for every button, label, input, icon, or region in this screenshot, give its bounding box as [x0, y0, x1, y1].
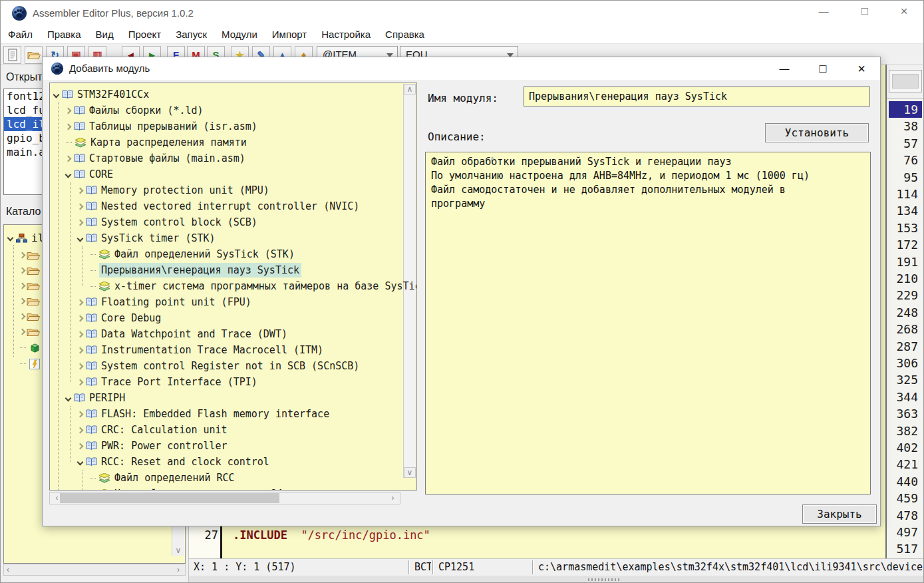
install-button[interactable]: Установить — [765, 123, 869, 142]
line-nav-item[interactable]: 421 — [889, 456, 922, 473]
module-tree-row[interactable]: CORE — [66, 166, 113, 182]
module-tree-row[interactable]: Настройка тактирования на 84 мгц — [90, 486, 307, 490]
module-tree-row[interactable]: PWR: Power controller — [78, 438, 228, 454]
module-tree-row[interactable]: Nested vectored interrupt controller (NV… — [78, 198, 359, 214]
module-name-input[interactable]: Прерывания\генерация пауз SysTick — [524, 87, 870, 106]
line-nav-item[interactable]: 402 — [889, 439, 922, 456]
line-nav-item[interactable]: 268 — [889, 321, 922, 337]
line-nav-item[interactable]: 248 — [889, 304, 922, 321]
module-tree-row[interactable]: RCC: Reset and clock control — [78, 454, 269, 470]
line-nav-item[interactable]: 325 — [889, 371, 922, 388]
line-nav-item[interactable]: 382 — [889, 423, 922, 439]
chevron-collapsed-icon[interactable] — [77, 187, 84, 194]
menu-item-вид[interactable]: Вид — [88, 26, 121, 43]
resize-grip[interactable] — [588, 578, 621, 581]
module-tree-hscrollbar[interactable]: ‹ › — [49, 492, 400, 504]
line-nav-item[interactable]: 172 — [889, 236, 922, 253]
chevron-collapsed-icon[interactable] — [19, 298, 26, 305]
line-nav-item[interactable]: 76 — [889, 152, 922, 168]
chevron-expanded-icon[interactable] — [7, 235, 14, 242]
description-textarea[interactable]: Файл обработки прерываний SysTick и гене… — [425, 152, 871, 494]
line-nav-item[interactable]: 497 — [889, 524, 922, 540]
line-nav-item[interactable]: 210 — [889, 270, 922, 287]
catalog-tree-row[interactable] — [20, 248, 40, 263]
chevron-collapsed-icon[interactable] — [77, 299, 84, 305]
chevron-collapsed-icon[interactable] — [65, 155, 72, 162]
module-tree-row[interactable]: Core Debug — [78, 310, 161, 326]
dialog-minimize-button[interactable]: — — [771, 59, 798, 79]
module-tree-row[interactable]: Data Watchpoint and Trace (DWT) — [78, 326, 287, 342]
module-tree-row[interactable]: Стартовые файлы (main.asm) — [66, 150, 245, 166]
line-nav-item[interactable]: 440 — [889, 473, 922, 490]
module-tree-row[interactable]: System control Register not in SCB (SCnS… — [78, 358, 359, 374]
toolbar-button-new-file-icon[interactable] — [3, 46, 21, 64]
dialog-close-action-button[interactable]: Закрыть — [802, 504, 877, 524]
module-tree-row[interactable]: Файлы сборки (*.ld) — [66, 102, 204, 118]
module-tree-row[interactable]: Карта распределения памяти — [66, 134, 247, 150]
line-nav-item[interactable]: 344 — [889, 389, 922, 405]
menu-item-файл[interactable]: Файл — [1, 26, 40, 43]
scroll-down-icon[interactable]: ∨ — [172, 546, 184, 555]
chevron-collapsed-icon[interactable] — [77, 427, 84, 433]
scroll-left-icon[interactable]: ‹ — [7, 565, 9, 574]
menu-item-модули[interactable]: Модули — [214, 26, 265, 43]
maximize-button[interactable]: □ — [849, 1, 880, 23]
chevron-collapsed-icon[interactable] — [77, 315, 84, 321]
catalog-tree-row[interactable] — [20, 340, 41, 355]
menu-item-импорт[interactable]: Импорт — [265, 26, 314, 43]
catalog-tree-row[interactable]: il — [8, 230, 44, 246]
line-nav-item[interactable]: 114 — [889, 186, 922, 202]
chevron-expanded-icon[interactable] — [77, 235, 84, 242]
chevron-expanded-icon[interactable] — [65, 395, 72, 401]
line-nav-item[interactable]: 478 — [889, 507, 922, 524]
chevron-collapsed-icon[interactable] — [77, 347, 84, 353]
chevron-expanded-icon[interactable] — [65, 171, 72, 178]
module-tree-row[interactable]: Прерывания\генерация пауз SysTick — [90, 262, 301, 278]
line-nav-item[interactable]: 191 — [889, 254, 922, 270]
line-nav-item[interactable]: 153 — [889, 220, 922, 236]
scroll-up-icon[interactable]: ∧ — [490, 154, 495, 163]
module-tree-row[interactable]: System control block (SCB) — [78, 214, 257, 230]
dialog-close-button[interactable]: × — [848, 59, 875, 79]
menu-item-правка[interactable]: Правка — [40, 26, 88, 43]
module-tree-row[interactable]: Memory protection unit (MPU) — [78, 182, 269, 198]
menu-item-запуск[interactable]: Запуск — [168, 26, 214, 43]
catalog-tree-hscrollbar[interactable]: ‹ › — [3, 564, 186, 576]
module-tree-row[interactable]: CRC: Calculation unit — [78, 422, 228, 438]
code-line[interactable]: 27 .INCLUDE "/src/inc/gpio.inc" — [189, 528, 885, 546]
module-tree-row[interactable]: Файл определений RCC — [90, 470, 235, 486]
catalog-tree-row[interactable] — [20, 278, 40, 293]
line-nav-item[interactable]: 38 — [889, 118, 922, 134]
line-nav-item[interactable]: 95 — [889, 169, 922, 186]
catalog-tree-row[interactable] — [20, 293, 40, 309]
module-tree-row[interactable]: STM32F401CCx — [54, 87, 149, 102]
chevron-collapsed-icon[interactable] — [19, 252, 26, 259]
catalog-tree-row[interactable] — [20, 356, 41, 371]
chevron-collapsed-icon[interactable] — [19, 268, 26, 274]
menu-item-справка[interactable]: Справка — [378, 26, 432, 43]
scroll-down-icon[interactable]: ∨ — [404, 467, 416, 478]
module-tree-row[interactable]: Floating point unit (FPU) — [78, 294, 251, 310]
module-tree-row[interactable]: Instrumentation Trace Macrocell (ITM) — [78, 342, 323, 358]
line-nav-item[interactable]: 287 — [889, 338, 922, 355]
chevron-collapsed-icon[interactable] — [65, 123, 72, 130]
line-nav-item[interactable]: 459 — [889, 490, 922, 506]
line-nav-item[interactable]: 134 — [889, 202, 922, 219]
minimize-button[interactable]: — — [808, 1, 839, 23]
catalog-tree-row[interactable] — [20, 263, 40, 278]
menu-item-настройка[interactable]: Настройка — [314, 26, 378, 43]
close-button[interactable]: × — [889, 1, 919, 23]
chevron-collapsed-icon[interactable] — [77, 363, 84, 369]
module-tree-row[interactable]: PERIPH — [66, 390, 125, 406]
dialog-maximize-button[interactable]: □ — [810, 59, 836, 79]
toolbar-button-open-folder-icon[interactable] — [25, 46, 43, 64]
hscroll-thumb[interactable] — [60, 493, 279, 503]
scroll-right-icon[interactable]: › — [387, 492, 398, 504]
chevron-collapsed-icon[interactable] — [19, 313, 26, 320]
chevron-expanded-icon[interactable] — [77, 459, 84, 465]
line-nav-item[interactable]: 517 — [889, 540, 922, 557]
chevron-collapsed-icon[interactable] — [77, 203, 84, 210]
chevron-collapsed-icon[interactable] — [65, 107, 72, 114]
line-nav-input[interactable] — [889, 70, 922, 93]
module-tree-row[interactable]: Таблицы прерываний (isr.asm) — [66, 118, 257, 134]
